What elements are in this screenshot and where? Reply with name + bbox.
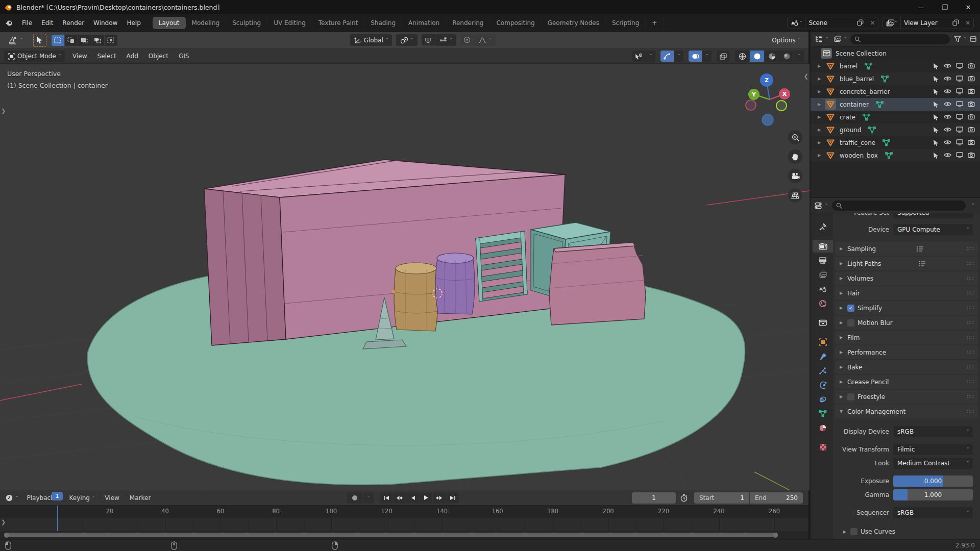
properties-tab-object-data[interactable]	[813, 407, 833, 420]
timeline-menu-keying[interactable]: Keying˅	[65, 492, 100, 504]
unlink-scene-icon[interactable]: ✕	[867, 17, 878, 29]
object-visibility-icon[interactable]	[632, 51, 646, 62]
disable-renders-camera-icon[interactable]	[968, 101, 975, 108]
panel-collapsed-arrow[interactable]: ▶	[835, 365, 847, 369]
scene-collection-row[interactable]: Scene Collection	[811, 47, 980, 60]
properties-tab-object[interactable]	[813, 336, 833, 348]
panel-collapsed-arrow[interactable]: ▶	[835, 320, 847, 325]
menu-help[interactable]: Help	[122, 17, 145, 29]
panel-volumes[interactable]: ▶Volumes∷∷	[835, 271, 978, 285]
expand-arrow-icon[interactable]: ▶	[814, 64, 825, 68]
viewport-menu-gis[interactable]: GIS	[174, 51, 193, 62]
panel-grip-icon[interactable]: ∷∷	[967, 260, 974, 267]
outliner-item-concrete-barrier[interactable]: ▶ concrete_barrier	[811, 85, 980, 98]
panel-collapsed-arrow[interactable]: ▶	[835, 306, 847, 310]
copy-view-layer-icon[interactable]	[949, 17, 962, 29]
tab-rendering[interactable]: Rendering	[446, 17, 490, 29]
selectable-icon[interactable]	[933, 101, 939, 108]
disable-viewports-monitor-icon[interactable]	[956, 101, 963, 108]
panel-grip-icon[interactable]: ∷∷	[967, 393, 974, 400]
selectable-icon[interactable]	[933, 63, 939, 69]
tab-animation[interactable]: Animation	[402, 17, 446, 29]
panel-collapsed-arrow[interactable]: ▶	[835, 394, 847, 399]
outliner-item-blue-barrel[interactable]: ▶ blue_barrel	[811, 72, 980, 85]
panel-grip-icon[interactable]: ∷∷	[967, 319, 974, 326]
properties-tab-tool[interactable]	[813, 220, 833, 233]
proportional-falloff-dropdown[interactable]: ˅	[474, 34, 496, 46]
gizmo-neg-z-axis[interactable]	[762, 114, 773, 126]
device-dropdown[interactable]: GPU Compute˅	[893, 224, 973, 235]
pivot-point-dropdown[interactable]: ˅	[396, 34, 418, 46]
end-frame-field[interactable]: End250	[750, 492, 803, 504]
outliner-item-crate[interactable]: ▶ crate	[811, 111, 980, 123]
outliner-display-mode-dropdown[interactable]: ˅	[832, 33, 848, 45]
select-mode-new-button[interactable]	[52, 35, 64, 46]
viewport-menu-object[interactable]: Object	[144, 51, 173, 62]
properties-tab-world[interactable]	[813, 297, 833, 310]
properties-tab-output[interactable]	[813, 254, 833, 267]
copy-scene-icon[interactable]	[854, 17, 867, 29]
minimize-button[interactable]: —	[910, 0, 933, 14]
panel-collapsed-arrow[interactable]: ▶	[835, 350, 847, 355]
panel-film[interactable]: ▶Film∷∷	[835, 331, 978, 344]
hide-viewport-eye-icon[interactable]	[944, 127, 951, 133]
properties-tab-modifiers[interactable]	[813, 350, 833, 363]
visibility-dropdown[interactable]: ˅	[646, 51, 655, 62]
jump-to-start-button[interactable]	[380, 492, 393, 504]
timeline-expand-arrow[interactable]: ❯	[1, 519, 6, 525]
viewport-menu-add[interactable]: Add	[122, 51, 143, 62]
disable-renders-camera-icon[interactable]	[968, 114, 975, 120]
checkbox-freestyle[interactable]	[847, 393, 854, 400]
gamma-slider[interactable]: 1.000	[893, 489, 973, 500]
panel-collapsed-arrow[interactable]: ▶	[833, 530, 850, 534]
expand-arrow-icon[interactable]: ▶	[814, 140, 825, 145]
sidebar-collapse-arrow[interactable]: ❮	[804, 73, 808, 80]
select-mode-invert-button[interactable]	[91, 35, 104, 46]
blue-barrel-object[interactable]	[435, 253, 474, 314]
panel-grease-pencil[interactable]: ▶Grease Pencil∷∷	[835, 375, 978, 389]
panel-grip-icon[interactable]: ∷∷	[967, 305, 974, 311]
panel-grip-icon[interactable]: ∷∷	[967, 349, 974, 356]
tab-layout[interactable]: Layout	[153, 17, 186, 29]
expand-arrow-icon[interactable]: ▶	[814, 89, 825, 94]
tab-geometry-nodes[interactable]: Geometry Nodes	[542, 17, 606, 29]
outliner-item-traffic-cone[interactable]: ▶ traffic_cone	[811, 136, 980, 149]
panel-grip-icon[interactable]: ∷∷	[967, 379, 974, 385]
tab-modeling[interactable]: Modeling	[186, 17, 227, 29]
jump-to-end-button[interactable]	[446, 492, 459, 504]
toolbar-expand-arrow[interactable]: ❯	[1, 108, 6, 114]
disable-viewports-monitor-icon[interactable]	[956, 114, 963, 120]
tab-shading[interactable]: Shading	[364, 17, 402, 29]
tab-item[interactable]: +	[646, 17, 664, 29]
checkbox-simplify[interactable]: ✓	[847, 305, 854, 312]
selectable-icon[interactable]	[933, 114, 939, 120]
shading-wireframe-button[interactable]	[735, 51, 749, 62]
disable-viewports-monitor-icon[interactable]	[956, 63, 963, 69]
selectable-icon[interactable]	[933, 152, 939, 159]
select-mode-intersect-button[interactable]	[105, 35, 117, 46]
shading-solid-button[interactable]	[750, 51, 764, 62]
properties-tab-render[interactable]	[813, 240, 833, 253]
viewport-canvas[interactable]: User Perspective (1) Scene Collection | …	[0, 64, 810, 490]
outliner-item-ground[interactable]: ▶ ground	[811, 123, 980, 136]
playhead-frame-badge[interactable]: 1	[52, 492, 63, 500]
scene-name-field[interactable]: Scene	[805, 17, 854, 29]
expand-arrow-icon[interactable]: ▶	[814, 77, 825, 81]
editor-type-viewport-icon[interactable]: ˅	[4, 34, 27, 46]
menu-render[interactable]: Render	[58, 17, 89, 29]
menu-window[interactable]: Window	[89, 17, 122, 29]
snap-toggle-magnet-icon[interactable]	[422, 34, 435, 45]
auto-keying-record-button[interactable]	[347, 492, 362, 504]
maximize-button[interactable]: ❐	[933, 0, 957, 14]
viewport-menu-view[interactable]: View	[68, 51, 91, 62]
editor-type-timeline-icon[interactable]: ˅	[3, 492, 20, 504]
use-preview-range-icon[interactable]	[680, 494, 688, 502]
navigation-gizmo[interactable]: Z Y X	[740, 69, 801, 130]
select-mode-extend-button[interactable]	[65, 35, 78, 46]
xray-toggle[interactable]	[717, 51, 730, 62]
play-button[interactable]	[420, 492, 432, 504]
timeline-scrollbar[interactable]	[0, 531, 808, 539]
checkbox-use-curves[interactable]	[850, 528, 857, 535]
hide-viewport-eye-icon[interactable]	[944, 76, 951, 82]
panel-collapsed-arrow[interactable]: ▶	[835, 380, 847, 384]
